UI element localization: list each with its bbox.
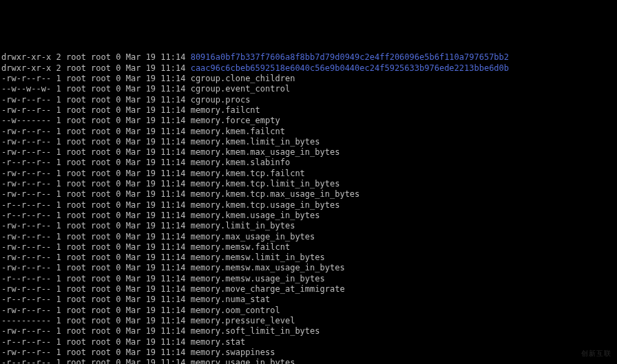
file-owner: root: [66, 169, 86, 178]
file-owner: root: [66, 263, 86, 272]
file-month: Mar: [126, 147, 141, 157]
terminal-output: drwxr-xr-x 2 root root 0 Mar 19 11:14 80…: [0, 52, 617, 364]
file-time: 11:14: [160, 295, 185, 304]
file-name: cgroup.procs: [191, 95, 251, 105]
file-group: root: [91, 347, 111, 357]
file-permissions: -rw-r--r--: [1, 179, 51, 189]
file-group: root: [91, 221, 111, 231]
file-time: 11:14: [160, 137, 185, 147]
file-day: 19: [146, 137, 156, 147]
ls-row: -rw-r--r-- 1 root root 0 Mar 19 11:14 me…: [1, 263, 616, 273]
file-permissions: -rw-r--r--: [1, 189, 51, 199]
ls-row: --w------- 1 root root 0 Mar 19 11:14 me…: [1, 116, 616, 126]
file-group: root: [91, 63, 111, 73]
file-month: Mar: [126, 306, 141, 315]
file-name: memory.move_charge_at_immigrate: [191, 284, 345, 294]
file-month: Mar: [126, 189, 141, 199]
file-name: cgroup.clone_children: [191, 74, 295, 83]
ls-row: -rw-r--r-- 1 root root 0 Mar 19 11:14 me…: [1, 169, 616, 179]
file-links: 1: [56, 284, 61, 294]
file-time: 11:14: [160, 211, 185, 220]
ls-row: -rw-r--r-- 1 root root 0 Mar 19 11:14 cg…: [1, 74, 616, 84]
file-group: root: [91, 306, 111, 315]
file-owner: root: [66, 95, 86, 105]
file-permissions: drwxr-xr-x: [1, 52, 51, 62]
file-day: 19: [146, 337, 156, 347]
file-owner: root: [66, 337, 86, 347]
ls-row: -rw-r--r-- 1 root root 0 Mar 19 11:14 cg…: [1, 95, 616, 105]
file-group: root: [91, 316, 111, 325]
file-links: 1: [56, 74, 61, 83]
file-name: cgroup.event_control: [191, 84, 291, 94]
ls-row: -rw-r--r-- 1 root root 0 Mar 19 11:14 me…: [1, 347, 616, 358]
file-month: Mar: [126, 242, 141, 252]
file-month: Mar: [126, 232, 141, 242]
file-group: root: [91, 52, 111, 62]
file-time: 11:14: [160, 158, 185, 167]
file-group: root: [91, 274, 111, 283]
file-links: 1: [56, 242, 61, 252]
file-owner: root: [66, 105, 86, 115]
file-name: memory.kmem.usage_in_bytes: [191, 211, 320, 220]
file-group: root: [91, 147, 111, 157]
file-day: 19: [146, 316, 156, 325]
file-group: root: [91, 284, 111, 294]
file-size: 0: [116, 105, 121, 115]
ls-row: drwxr-xr-x 2 root root 0 Mar 19 11:14 ca…: [1, 63, 616, 74]
file-time: 11:14: [160, 189, 185, 199]
file-owner: root: [66, 253, 86, 262]
file-name: memory.usage_in_bytes: [191, 358, 295, 364]
file-day: 19: [146, 116, 156, 125]
file-time: 11:14: [160, 253, 185, 262]
file-day: 19: [146, 169, 156, 178]
file-size: 0: [116, 127, 121, 136]
file-day: 19: [146, 221, 156, 231]
ls-row: drwxr-xr-x 2 root root 0 Mar 19 11:14 80…: [1, 52, 616, 63]
file-links: 1: [56, 105, 61, 115]
file-permissions: -r--r--r--: [1, 274, 51, 283]
ls-row: -r--r--r-- 1 root root 0 Mar 19 11:14 me…: [1, 274, 616, 284]
file-group: root: [91, 295, 111, 304]
file-month: Mar: [126, 284, 141, 294]
file-links: 1: [56, 147, 61, 157]
file-size: 0: [116, 169, 121, 178]
file-links: 1: [56, 116, 61, 125]
file-links: 1: [56, 127, 61, 136]
file-name: memory.oom_control: [191, 306, 280, 315]
file-size: 0: [116, 84, 121, 94]
file-time: 11:14: [160, 284, 185, 294]
file-name: memory.memsw.usage_in_bytes: [191, 274, 325, 283]
file-day: 19: [146, 200, 156, 210]
file-name: memory.kmem.tcp.limit_in_bytes: [191, 179, 340, 189]
file-owner: root: [66, 63, 86, 73]
file-size: 0: [116, 200, 121, 210]
file-links: 1: [56, 347, 61, 357]
file-month: Mar: [126, 116, 141, 125]
file-group: root: [91, 326, 111, 336]
file-size: 0: [116, 189, 121, 199]
file-size: 0: [116, 137, 121, 147]
file-size: 0: [116, 263, 121, 272]
file-owner: root: [66, 242, 86, 252]
file-links: 1: [56, 211, 61, 220]
file-time: 11:14: [160, 221, 185, 231]
ls-row: -rw-r--r-- 1 root root 0 Mar 19 11:14 me…: [1, 326, 616, 336]
ls-row: -r--r--r-- 1 root root 0 Mar 19 11:14 me…: [1, 211, 616, 221]
ls-row: -rw-r--r-- 1 root root 0 Mar 19 11:14 me…: [1, 127, 616, 137]
ls-row: -rw-r--r-- 1 root root 0 Mar 19 11:14 me…: [1, 253, 616, 263]
file-month: Mar: [126, 95, 141, 105]
file-owner: root: [66, 274, 86, 283]
file-name: memory.kmem.tcp.failcnt: [191, 169, 305, 178]
file-owner: root: [66, 211, 86, 220]
file-owner: root: [66, 316, 86, 325]
file-permissions: -rw-r--r--: [1, 147, 51, 157]
file-day: 19: [146, 242, 156, 252]
file-permissions: -rw-r--r--: [1, 74, 51, 83]
file-permissions: -r--r--r--: [1, 211, 51, 220]
file-permissions: -rw-r--r--: [1, 326, 51, 336]
file-owner: root: [66, 347, 86, 357]
file-group: root: [91, 169, 111, 178]
file-size: 0: [116, 326, 121, 336]
file-links: 1: [56, 253, 61, 262]
file-size: 0: [116, 221, 121, 231]
